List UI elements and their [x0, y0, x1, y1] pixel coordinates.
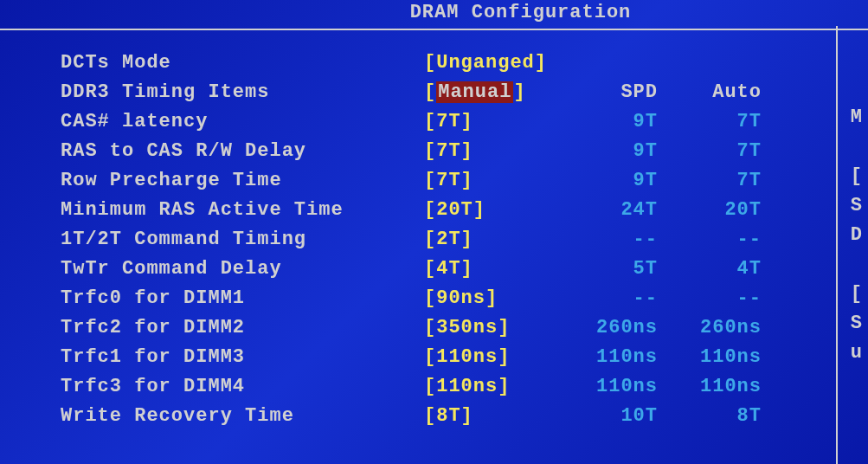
setting-value-selected[interactable]: [Manual]	[424, 81, 571, 103]
side-char: S	[851, 195, 863, 216]
auto-value: 110ns	[658, 376, 762, 397]
side-char: [	[851, 165, 863, 187]
side-char: D	[851, 224, 863, 246]
setting-row[interactable]: TwTr Command Delay [4T] 5T 4T	[61, 254, 868, 283]
setting-label: DCTs Mode	[61, 52, 424, 74]
setting-label: DDR3 Timing Items	[61, 81, 424, 103]
auto-value: --	[658, 229, 762, 250]
spd-value: 9T	[571, 170, 658, 191]
side-char: u	[851, 342, 863, 364]
setting-value[interactable]: [7T]	[424, 170, 571, 191]
setting-label: Minimum RAS Active Time	[61, 199, 424, 221]
setting-label: Trfc1 for DIMM3	[61, 346, 424, 368]
side-char: M	[851, 106, 863, 128]
auto-value: 20T	[658, 199, 762, 221]
selected-highlight: Manual	[436, 81, 513, 103]
spd-value: 110ns	[571, 346, 658, 368]
setting-row[interactable]: Trfc2 for DIMM2 [350ns] 260ns 260ns S	[61, 313, 868, 342]
auto-value: 4T	[658, 258, 762, 280]
setting-value[interactable]: [90ns]	[424, 287, 571, 309]
setting-row[interactable]: Write Recovery Time [8T] 10T 8T	[61, 401, 868, 430]
setting-label: Row Precharge Time	[61, 170, 424, 191]
auto-value: 110ns	[658, 346, 762, 368]
spd-value: 260ns	[571, 317, 658, 338]
setting-value[interactable]: [7T]	[424, 111, 571, 132]
setting-row-selected[interactable]: DDR3 Timing Items [Manual] SPD Auto	[61, 77, 868, 106]
auto-value: --	[658, 287, 762, 309]
setting-value[interactable]: [110ns]	[424, 376, 571, 397]
setting-label: TwTr Command Delay	[61, 258, 424, 280]
auto-value: 260ns	[658, 317, 762, 338]
auto-value: 7T	[658, 111, 762, 132]
spd-value: --	[571, 287, 658, 309]
setting-value[interactable]: [4T]	[424, 258, 571, 280]
auto-column-header: Auto	[658, 81, 762, 103]
side-char: S	[851, 313, 863, 334]
setting-value[interactable]: [8T]	[424, 405, 571, 427]
spd-value: 5T	[571, 258, 658, 280]
setting-row[interactable]: Minimum RAS Active Time [20T] 24T 20T S	[61, 195, 868, 224]
spd-column-header: SPD	[571, 81, 658, 103]
spd-value: --	[571, 229, 658, 250]
settings-panel: DCTs Mode [Unganged] DDR3 Timing Items […	[0, 30, 868, 430]
spd-value: 10T	[571, 405, 658, 427]
setting-label: Write Recovery Time	[61, 405, 424, 427]
auto-value: 8T	[658, 405, 762, 427]
setting-row[interactable]: Trfc3 for DIMM4 [110ns] 110ns 110ns	[61, 371, 868, 401]
setting-value[interactable]: [20T]	[424, 199, 571, 221]
setting-value[interactable]: [350ns]	[424, 317, 571, 338]
setting-value[interactable]: [110ns]	[424, 346, 571, 368]
setting-label: CAS# latency	[61, 111, 424, 132]
spd-value: 9T	[571, 140, 658, 162]
spd-value: 110ns	[571, 376, 658, 397]
setting-row[interactable]: Row Precharge Time [7T] 9T 7T [	[61, 165, 868, 195]
setting-row[interactable]: Trfc1 for DIMM3 [110ns] 110ns 110ns u	[61, 342, 868, 371]
auto-value: 7T	[658, 170, 762, 191]
setting-label: Trfc0 for DIMM1	[61, 287, 424, 309]
setting-value[interactable]: [7T]	[424, 140, 571, 162]
setting-row[interactable]: 1T/2T Command Timing [2T] -- -- D	[61, 224, 868, 254]
setting-row[interactable]: Trfc0 for DIMM1 [90ns] -- -- [	[61, 283, 868, 313]
page-title: DRAM Configuration	[173, 0, 868, 29]
side-char: [	[851, 283, 863, 305]
setting-value[interactable]: [Unganged]	[424, 52, 571, 74]
setting-row[interactable]: DCTs Mode [Unganged]	[61, 48, 868, 77]
setting-row[interactable]: RAS to CAS R/W Delay [7T] 9T 7T	[61, 136, 868, 165]
auto-value: 7T	[658, 140, 762, 162]
setting-label: RAS to CAS R/W Delay	[61, 140, 424, 162]
setting-label: Trfc2 for DIMM2	[61, 317, 424, 338]
spd-value: 9T	[571, 111, 658, 132]
setting-row[interactable]: CAS# latency [7T] 9T 7T M	[61, 106, 868, 136]
setting-label: Trfc3 for DIMM4	[61, 376, 424, 397]
spd-value: 24T	[571, 199, 658, 221]
setting-label: 1T/2T Command Timing	[61, 229, 424, 250]
setting-value[interactable]: [2T]	[424, 229, 571, 250]
